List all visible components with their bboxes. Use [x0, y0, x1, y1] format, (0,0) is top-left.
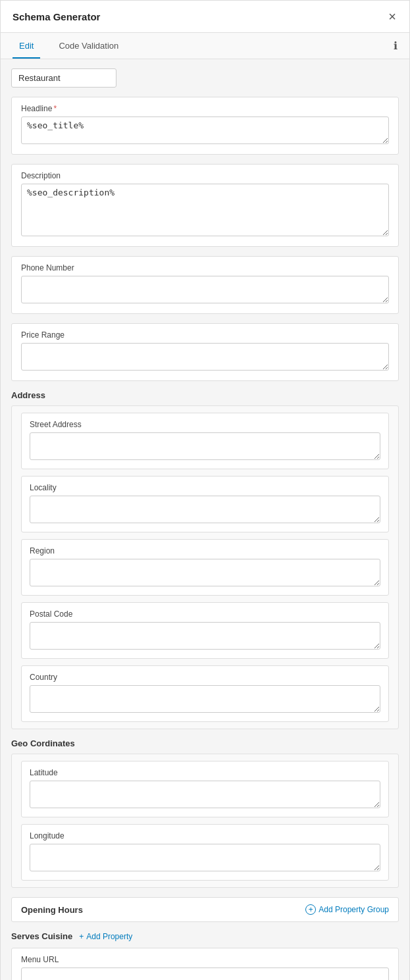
menu-url-label: Menu URL — [21, 955, 389, 964]
dialog-header: Schema Generator × — [1, 1, 409, 33]
form-content: Headline* %seo_title% Description %seo_d… — [1, 59, 409, 980]
street-address-input[interactable] — [30, 432, 380, 460]
latitude-label: Latitude — [30, 768, 380, 777]
region-input[interactable] — [30, 559, 380, 586]
postal-code-section: Postal Code — [21, 602, 389, 659]
locality-label: Locality — [30, 483, 380, 492]
dialog-title: Schema Generator — [13, 11, 100, 22]
required-indicator: * — [53, 104, 57, 113]
serves-cuisine-group: Serves Cuisine + Add Property — [11, 931, 399, 941]
menu-url-section: Menu URL URL pointing to the menu of the… — [11, 948, 399, 980]
opening-hours-group: Opening Hours + Add Property Group — [11, 897, 399, 922]
address-group-label: Address — [11, 390, 399, 400]
description-section: Description %seo_description% — [11, 164, 399, 247]
headline-input[interactable]: %seo_title% — [21, 116, 389, 144]
price-range-label: Price Range — [21, 330, 389, 340]
locality-section: Locality — [21, 476, 389, 532]
longitude-input[interactable] — [30, 844, 380, 871]
schema-type-input[interactable] — [11, 68, 116, 88]
description-label: Description — [21, 171, 389, 180]
price-range-input[interactable] — [21, 343, 389, 371]
latitude-input[interactable] — [30, 781, 380, 808]
address-group: Address Street Address Locality Region — [11, 390, 399, 729]
street-address-label: Street Address — [30, 420, 380, 429]
region-label: Region — [30, 546, 380, 555]
country-label: Country — [30, 673, 380, 682]
add-property-button[interactable]: + Add Property — [79, 932, 132, 941]
serves-cuisine-row: Serves Cuisine + Add Property — [11, 931, 399, 941]
schema-generator-dialog: Schema Generator × Edit Code Validation … — [0, 0, 410, 980]
schema-type-field — [11, 68, 116, 88]
add-property-label: Add Property — [86, 932, 132, 941]
street-address-section: Street Address — [21, 413, 389, 469]
opening-hours-title: Opening Hours — [21, 905, 83, 915]
price-range-section: Price Range — [11, 323, 399, 381]
country-input[interactable] — [30, 685, 380, 713]
longitude-label: Longitude — [30, 831, 380, 840]
phone-number-input[interactable] — [21, 276, 389, 303]
tab-bar: Edit Code Validation ℹ — [1, 33, 409, 59]
opening-hours-header: Opening Hours + Add Property Group — [11, 897, 399, 922]
headline-section: Headline* %seo_title% — [11, 97, 399, 155]
address-nested-group: Street Address Locality Region Postal Co… — [11, 405, 399, 729]
geo-coordinates-group: Geo Cordinates Latitude Longitude — [11, 738, 399, 888]
tab-edit[interactable]: Edit — [13, 33, 40, 59]
region-section: Region — [21, 539, 389, 596]
info-icon[interactable]: ℹ — [394, 39, 397, 52]
close-button[interactable]: × — [387, 10, 397, 23]
postal-code-input[interactable] — [30, 622, 380, 650]
postal-code-label: Postal Code — [30, 609, 380, 619]
headline-label: Headline* — [21, 104, 389, 113]
add-property-plus-icon: + — [79, 932, 84, 941]
add-property-group-button[interactable]: + Add Property Group — [305, 904, 389, 915]
phone-number-section: Phone Number — [11, 256, 399, 314]
description-input[interactable]: %seo_description% — [21, 184, 389, 236]
serves-cuisine-label: Serves Cuisine — [11, 931, 72, 941]
country-section: Country — [21, 665, 389, 722]
geo-coordinates-label: Geo Cordinates — [11, 738, 399, 748]
latitude-section: Latitude — [21, 761, 389, 817]
plus-circle-icon: + — [305, 904, 316, 915]
locality-input[interactable] — [30, 496, 380, 523]
longitude-section: Longitude — [21, 824, 389, 881]
menu-url-input[interactable] — [21, 967, 389, 980]
geo-coordinates-nested-group: Latitude Longitude — [11, 754, 399, 888]
tab-code-validation[interactable]: Code Validation — [52, 33, 125, 59]
add-property-group-label: Add Property Group — [319, 905, 389, 914]
phone-number-label: Phone Number — [21, 263, 389, 272]
